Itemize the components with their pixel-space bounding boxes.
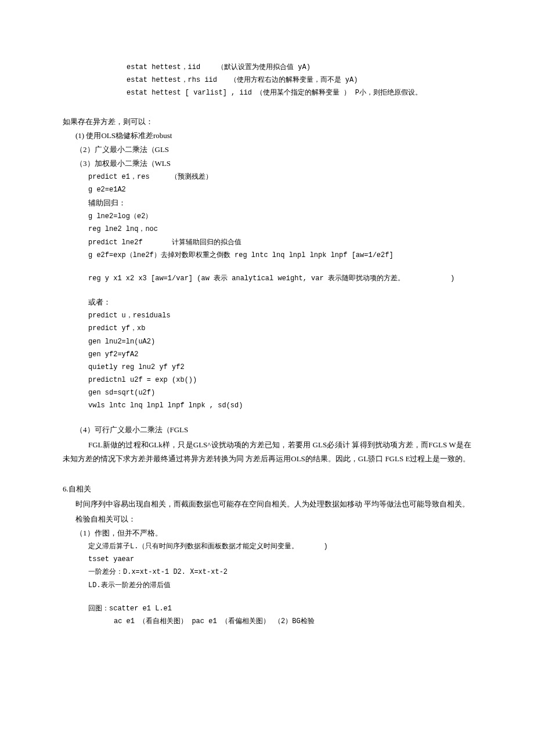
code-line: predict u，residuals <box>63 309 471 322</box>
list-item: （1）作图，但并不严格。 <box>63 526 471 540</box>
section-heading: 6.自相关 <box>63 482 471 496</box>
text-line: 或者： <box>63 295 471 309</box>
document-page: estat hettest，iid （默认设置为使用拟合值 yA) estat … <box>0 0 534 663</box>
code-line: g lne2=log（e2） <box>63 210 471 223</box>
code-line: estat hettest [ varlist] , iid （使用某个指定的解… <box>63 86 471 99</box>
code-line: 辅助回归： <box>63 196 471 210</box>
code-line: reg y x1 x2 x3 [aw=1/var] (aw 表示 analyti… <box>63 272 471 285</box>
code-line: estat hettest，iid （默认设置为使用拟合值 yA) <box>63 61 471 74</box>
text-line: 检验自相关可以： <box>63 512 471 526</box>
code-line: gen yf2=yfA2 <box>63 348 471 361</box>
code-line: reg lne2 lnq，noc <box>63 223 471 236</box>
list-item: （2）广义最小二乘法（GLS <box>63 143 471 157</box>
code-line: quietly reg lnu2 yf yf2 <box>63 361 471 374</box>
code-line: g e2=e1A2 <box>63 183 471 196</box>
code-line: predict e1，res （预测残差） <box>63 171 471 183</box>
code-line: gen lnu2=ln(uA2) <box>63 335 471 348</box>
code-line: 一阶差分：D.x=xt-xt-1 D2. X=xt-xt-2 <box>63 566 471 578</box>
code-line: predict lne2f 计算辅助回归的拟合值 <box>63 236 471 249</box>
list-item: （3）加权最小二乘法（WLS <box>63 157 471 171</box>
code-line: predict yf，xb <box>63 322 471 335</box>
code-line: 回图：scatter e1 L.e1 <box>63 602 471 615</box>
list-item: （4）可行广义最小二乘法（FGLS <box>63 423 471 437</box>
paragraph: FGL新做的过程和GLk样，只是GLS^设扰动项的方差已知，若要用 GLS必须计… <box>63 438 471 466</box>
code-line: gen sd=sqrt(u2f) <box>63 386 471 399</box>
code-line: LD.表示一阶差分的滞后值 <box>63 579 471 592</box>
paragraph: 时间序列中容易出现自相关，而截面数据也可能存在空间自相关。人为处理数据如移动 平… <box>63 497 471 511</box>
code-line: tsset yaear <box>63 553 471 566</box>
section-heading: 如果存在异方差，则可以： <box>63 115 471 129</box>
list-item: (1) 使用OLS稳健标准差robust <box>63 129 471 143</box>
code-line: 定义滞后算子L.（只有时间序列数据和面板数据才能定义时间变量。 ) <box>63 540 471 553</box>
code-line: predictnl u2f = exp (xb()) <box>63 374 471 386</box>
code-line: vwls lntc lnq lnpl lnpf lnpk , sd(sd) <box>63 399 471 412</box>
code-line: g e2f=exp（lne2f）去掉对数即权重之倒数 reg lntc lnq … <box>63 249 471 262</box>
code-line: ac e1 （看自相关图） pac e1 （看偏相关图） （2）BG检验 <box>63 615 471 628</box>
code-line: estat hettest，rhs iid （使用方程右边的解释变量，而不是 y… <box>63 74 471 86</box>
